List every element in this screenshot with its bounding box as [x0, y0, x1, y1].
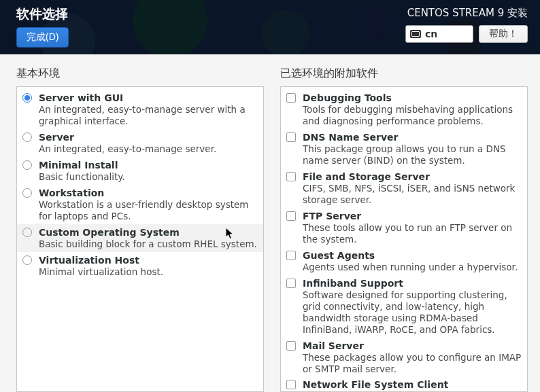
installer-label: CENTOS STREAM 9 安装	[405, 7, 528, 20]
option-description: These tools allow you to run an FTP serv…	[303, 222, 522, 245]
addon-option[interactable]: Infiniband SupportSoftware designed for …	[281, 275, 527, 338]
checkbox[interactable]	[286, 341, 296, 351]
addon-list[interactable]: Debugging ToolsTools for debugging misbe…	[280, 86, 528, 392]
option-description: Basic building block for a custom RHEL s…	[39, 238, 258, 250]
language-code: cn	[425, 29, 437, 39]
environment-option[interactable]: ServerAn integrated, easy-to-manage serv…	[17, 129, 263, 157]
option-title: FTP Server	[303, 210, 522, 222]
done-button[interactable]: 完成(D)	[16, 27, 69, 48]
header: 软件选择 完成(D) CENTOS STREAM 9 安装 cn 帮助！	[0, 0, 540, 54]
radio-button[interactable]	[22, 132, 32, 142]
option-title: Custom Operating System	[39, 226, 258, 238]
checkbox[interactable]	[286, 211, 296, 221]
addon-option[interactable]: Guest AgentsAgents used when running und…	[281, 247, 527, 275]
base-environment-list[interactable]: Server with GUIAn integrated, easy-to-ma…	[16, 86, 264, 392]
radio-button[interactable]	[22, 255, 32, 265]
option-title: Minimal Install	[39, 159, 258, 171]
checkbox[interactable]	[286, 132, 296, 142]
option-description: CIFS, SMB, NFS, iSCSI, iSER, and iSNS ne…	[303, 183, 522, 206]
checkbox[interactable]	[286, 380, 296, 389]
option-description: Software designed for supporting cluster…	[303, 289, 522, 336]
option-title: File and Storage Server	[303, 171, 522, 183]
option-description: An integrated, easy-to-manage server wit…	[39, 104, 258, 127]
checkbox[interactable]	[286, 93, 296, 103]
option-title: Virtualization Host	[39, 254, 258, 266]
option-title: Guest Agents	[303, 249, 522, 262]
option-description: Workstation is a user-friendly desktop s…	[39, 199, 258, 222]
option-title: Infiniband Support	[303, 277, 522, 289]
option-description: Agents used when running under a hypervi…	[303, 262, 522, 273]
addon-heading: 已选环境的附加软件	[280, 67, 528, 81]
environment-option[interactable]: Custom Operating SystemBasic building bl…	[17, 224, 263, 252]
addon-option[interactable]: Network File System Client	[281, 376, 527, 392]
addon-option[interactable]: Debugging ToolsTools for debugging misbe…	[281, 90, 527, 129]
help-button[interactable]: 帮助！	[479, 25, 528, 43]
checkbox[interactable]	[286, 279, 296, 288]
base-environment-heading: 基本环境	[16, 67, 264, 81]
addon-column: 已选环境的附加软件 Debugging ToolsTools for debug…	[280, 67, 528, 392]
radio-button[interactable]	[22, 93, 32, 103]
radio-button[interactable]	[22, 160, 32, 170]
keyboard-layout-selector[interactable]: cn	[405, 25, 473, 43]
option-title: Server with GUI	[39, 92, 258, 104]
environment-option[interactable]: Virtualization HostMinimal virtualizatio…	[17, 252, 263, 280]
environment-option[interactable]: Minimal InstallBasic functionality.	[17, 157, 263, 185]
header-right: CENTOS STREAM 9 安装 cn 帮助！	[405, 7, 528, 43]
option-description: Basic functionality.	[39, 171, 258, 183]
checkbox[interactable]	[286, 172, 296, 181]
option-title: Workstation	[39, 187, 258, 199]
option-description: Minimal virtualization host.	[39, 266, 258, 278]
option-description: These packages allow you to configure an…	[303, 352, 522, 375]
environment-option[interactable]: Server with GUIAn integrated, easy-to-ma…	[17, 90, 263, 129]
option-description: Tools for debugging misbehaving applicat…	[303, 104, 522, 127]
addon-option[interactable]: FTP ServerThese tools allow you to run a…	[281, 208, 527, 247]
header-controls: cn 帮助！	[405, 25, 528, 43]
radio-button[interactable]	[22, 228, 32, 237]
keyboard-icon	[410, 30, 421, 38]
option-title: DNS Name Server	[303, 131, 522, 143]
radio-button[interactable]	[22, 188, 32, 198]
option-description: This package group allows you to run a D…	[303, 143, 522, 166]
option-title: Network File System Client	[303, 378, 522, 391]
addon-option[interactable]: Mail ServerThese packages allow you to c…	[281, 338, 527, 377]
addon-option[interactable]: File and Storage ServerCIFS, SMB, NFS, i…	[281, 168, 527, 208]
content: 基本环境 Server with GUIAn integrated, easy-…	[0, 54, 540, 392]
addon-option[interactable]: DNS Name ServerThis package group allows…	[281, 129, 527, 168]
option-title: Debugging Tools	[303, 92, 522, 104]
option-title: Server	[39, 131, 258, 143]
option-title: Mail Server	[303, 340, 522, 352]
base-environment-column: 基本环境 Server with GUIAn integrated, easy-…	[16, 67, 264, 392]
checkbox[interactable]	[286, 251, 296, 260]
environment-option[interactable]: WorkstationWorkstation is a user-friendl…	[17, 185, 263, 224]
option-description: An integrated, easy-to-manage server.	[39, 143, 258, 155]
